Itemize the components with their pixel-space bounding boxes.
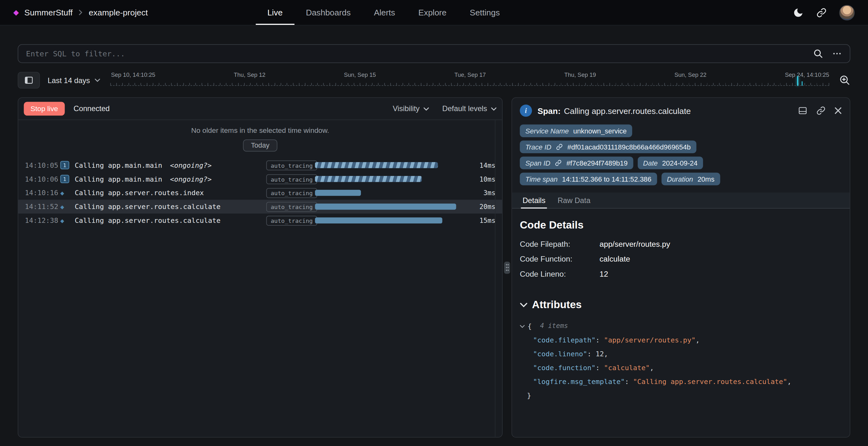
share-link-button[interactable]: [816, 7, 827, 18]
time-range-select[interactable]: Last 14 days: [48, 76, 100, 84]
code-details-heading: Code Details: [520, 219, 842, 231]
log-row[interactable]: 14:12:38 ◆ Calling app.server.routes.cal…: [18, 214, 502, 227]
duration-pill: Duration 20ms: [661, 172, 720, 185]
timeline-tick: Sun, Sep 15: [344, 71, 376, 78]
detail-tabs: Details Raw Data: [512, 193, 850, 209]
log-tag: auto_tracing: [266, 188, 317, 198]
duration-bar: [315, 218, 442, 223]
log-row[interactable]: 14:10:06 1 Calling app.main.main<ongoing…: [18, 172, 502, 186]
log-row-selected[interactable]: 14:11:52 ◆ Calling app.server.routes.cal…: [18, 200, 502, 214]
default-levels-dropdown[interactable]: Default levels: [442, 104, 496, 113]
timeline-activity-spike-small: [802, 81, 803, 86]
sql-filter-input[interactable]: [26, 49, 804, 58]
duration-bar: [315, 190, 361, 196]
log-row[interactable]: 14:10:16 ◆ Calling app.server.routes.ind…: [18, 186, 502, 200]
ongoing-indicator: <ongoing?>: [170, 161, 212, 169]
tab-explore[interactable]: Explore: [407, 0, 458, 25]
zoom-in-button[interactable]: [839, 74, 850, 86]
json-open-brace: {: [528, 319, 532, 333]
attributes-section-toggle[interactable]: Attributes: [520, 299, 842, 311]
timeline-activity-spike: [797, 76, 798, 86]
org-name[interactable]: SummerStuff: [24, 8, 72, 17]
search-icon: [813, 49, 823, 59]
search-button[interactable]: [813, 49, 823, 59]
more-options-button[interactable]: [832, 49, 842, 59]
log-duration: 3ms: [470, 189, 495, 197]
moon-icon: [793, 7, 804, 18]
code-filepath-row: Code Filepath: app/server/routes.py: [520, 240, 842, 248]
link-icon: [555, 159, 562, 166]
scrollbar-track[interactable]: [495, 120, 495, 437]
visibility-dropdown[interactable]: Visibility: [393, 104, 429, 113]
time-span-pill: Time span 14:11:52.366 to 14:11:52.386: [520, 172, 657, 185]
log-message: Calling app.server.routes.calculate: [75, 216, 220, 224]
connection-status: Connected: [74, 104, 110, 113]
tab-raw-data[interactable]: Raw Data: [552, 193, 596, 208]
log-message: Calling app.main.main: [75, 175, 162, 183]
tab-dashboards[interactable]: Dashboards: [294, 0, 362, 25]
duration-bar: [315, 204, 456, 210]
log-tag: auto_tracing: [266, 174, 317, 185]
span-count-badge: 1: [60, 161, 69, 169]
timeline-bar: Last 14 days Sep 10, 14:10:25 Thu, Sep 1…: [18, 69, 850, 91]
timeline-tick: Thu, Sep 12: [234, 71, 266, 78]
dock-panel-button[interactable]: [798, 106, 808, 116]
chevron-down-icon: [520, 302, 528, 308]
logo-icon: ◆: [13, 9, 19, 16]
log-row[interactable]: 14:10:05 1 Calling app.main.main<ongoing…: [18, 158, 502, 172]
code-function-row: Code Function: calculate: [520, 255, 842, 263]
app-window: ◆ SummerStuff example-project Live Dashb…: [0, 0, 868, 446]
tab-details[interactable]: Details: [517, 193, 552, 208]
timeline-tick-labels: Sep 10, 14:10:25 Thu, Sep 12 Sun, Sep 15…: [111, 71, 829, 78]
copy-link-button[interactable]: [816, 106, 826, 116]
duration-bar: [315, 162, 438, 168]
nav-tabs: Live Dashboards Alerts Explore Settings: [256, 0, 512, 25]
stop-live-button[interactable]: Stop live: [24, 102, 65, 116]
user-avatar[interactable]: [839, 5, 855, 20]
timeline-chart[interactable]: Sep 10, 14:10:25 Thu, Sep 12 Sun, Sep 15…: [108, 69, 832, 91]
span-id-pill[interactable]: Span ID #f7c8e294f7489b19: [520, 156, 633, 169]
theme-toggle-button[interactable]: [793, 7, 804, 18]
panel-gap: [503, 97, 512, 438]
tab-live[interactable]: Live: [256, 0, 294, 25]
close-panel-button[interactable]: [834, 107, 842, 115]
log-timestamp: 14:10:16: [25, 189, 60, 197]
json-entry: "code.function": "calculate",: [520, 361, 842, 375]
ongoing-indicator: <ongoing?>: [170, 175, 212, 183]
chevron-down-icon: [94, 79, 100, 82]
today-button[interactable]: Today: [243, 139, 277, 152]
json-collapse-caret[interactable]: [520, 324, 525, 328]
log-tag: auto_tracing: [266, 202, 317, 212]
chevron-down-icon: [491, 107, 497, 110]
trace-id-pill[interactable]: Trace ID #df01acad0311189c8b66a466d96965…: [520, 140, 696, 153]
timeline-tick: Sep 10, 14:10:25: [111, 71, 156, 78]
log-timestamp: 14:11:52: [25, 202, 60, 211]
tab-alerts[interactable]: Alerts: [362, 0, 407, 25]
link-icon: [816, 7, 827, 18]
sql-filter-bar: [18, 44, 850, 63]
nav-actions: [793, 5, 855, 20]
timeline-minor-ticks: [110, 83, 829, 85]
json-items-count: 4 items: [540, 319, 568, 333]
span-metadata: Service Name unknown_service Trace ID #d…: [512, 123, 850, 185]
live-log-panel: Stop live Connected Visibility Default l…: [18, 97, 503, 438]
span-detail-panel: i Span:Calling app.server.routes.calcula…: [512, 97, 850, 438]
service-name-pill: Service Name unknown_service: [520, 124, 632, 137]
project-name[interactable]: example-project: [89, 8, 148, 17]
panel-resize-handle[interactable]: [504, 261, 510, 274]
date-pill: Date 2024-09-24: [638, 156, 703, 169]
json-entry: "code.lineno": 12,: [520, 347, 842, 361]
tab-settings[interactable]: Settings: [458, 0, 512, 25]
timeline-baseline: [110, 85, 829, 86]
main-content: Stop live Connected Visibility Default l…: [18, 97, 850, 438]
log-timestamp: 14:10:06: [25, 175, 60, 183]
toggle-sidebar-button[interactable]: [18, 72, 40, 89]
attributes-heading: Attributes: [532, 299, 582, 311]
log-list: 14:10:05 1 Calling app.main.main<ongoing…: [18, 158, 502, 228]
detail-body: Code Details Code Filepath: app/server/r…: [512, 209, 850, 410]
log-duration: 20ms: [470, 203, 495, 211]
timeline-tick: Thu, Sep 19: [564, 71, 596, 78]
link-icon: [556, 143, 563, 151]
log-message: Calling app.server.routes.index: [75, 189, 204, 197]
breadcrumb: ◆ SummerStuff example-project: [13, 8, 148, 17]
